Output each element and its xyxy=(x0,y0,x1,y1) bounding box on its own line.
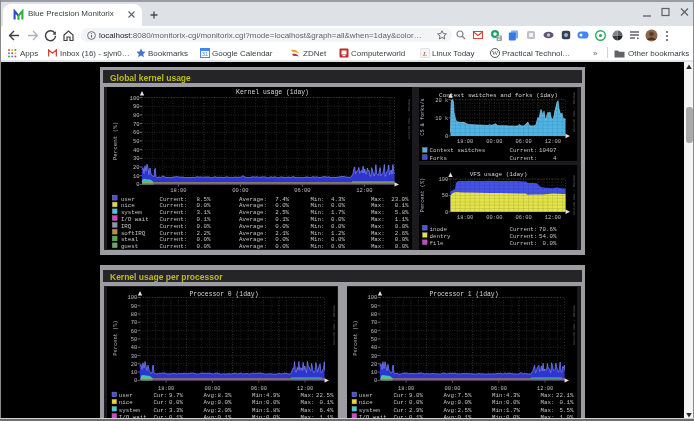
svg-text:0.0%: 0.0% xyxy=(409,399,423,406)
svg-text:8.3%: 8.3% xyxy=(218,392,232,399)
svg-text:Avg:: Avg: xyxy=(204,392,218,399)
svg-text:12:00: 12:00 xyxy=(545,215,561,221)
svg-text:Min:: Min: xyxy=(252,399,266,406)
svg-text:60: 60 xyxy=(133,129,140,136)
svg-text:00:00: 00:00 xyxy=(204,386,220,392)
svg-text:50: 50 xyxy=(371,337,377,343)
svg-text:Current:: Current: xyxy=(510,147,538,154)
svg-text:06:00: 06:00 xyxy=(516,215,532,221)
svg-text:Context switches: Context switches xyxy=(430,147,486,154)
svg-text:10: 10 xyxy=(371,370,377,376)
svg-text:06:00: 06:00 xyxy=(516,139,532,145)
svg-text:9.0%: 9.0% xyxy=(409,392,423,399)
svg-text:50: 50 xyxy=(131,337,137,343)
svg-text:Processor 0 (1day): Processor 0 (1day) xyxy=(189,291,258,298)
svg-text:Cur:: Cur: xyxy=(393,407,407,414)
svg-text:RRDTOOL / TOBI OETIKER: RRDTOOL / TOBI OETIKER xyxy=(572,305,576,345)
svg-text:system: system xyxy=(359,407,380,414)
svg-text:Avg:: Avg: xyxy=(204,399,218,406)
svg-text:80: 80 xyxy=(131,312,137,318)
svg-text:Avg:: Avg: xyxy=(444,399,458,406)
svg-text:12:00: 12:00 xyxy=(537,386,553,392)
svg-text:Max:: Max: xyxy=(541,407,555,414)
svg-text:20: 20 xyxy=(133,164,140,171)
svg-text:Min:: Min: xyxy=(252,407,266,414)
svg-text:Cur:: Cur: xyxy=(393,399,407,406)
svg-text:inode: inode xyxy=(430,226,448,233)
svg-text:Max:: Max: xyxy=(371,243,385,249)
svg-text:10 k: 10 k xyxy=(435,116,448,122)
svg-text:12:00: 12:00 xyxy=(545,139,561,145)
svg-text:4.3%: 4.3% xyxy=(506,392,520,399)
svg-text:Avg:: Avg: xyxy=(204,407,218,414)
svg-text:06:00: 06:00 xyxy=(491,386,507,392)
svg-text:Average:: Average: xyxy=(239,243,267,249)
svg-text:30: 30 xyxy=(371,354,377,360)
svg-text:Max:: Max: xyxy=(541,399,555,406)
svg-text:Current:: Current: xyxy=(510,226,538,233)
svg-text:2: 2 xyxy=(498,35,501,41)
svg-text:0.0%: 0.0% xyxy=(169,399,183,406)
svg-text:40: 40 xyxy=(131,345,137,351)
svg-text:70: 70 xyxy=(131,320,137,326)
svg-text:18:00: 18:00 xyxy=(170,187,187,194)
svg-text:22.1%: 22.1% xyxy=(556,392,574,399)
svg-text:Cur:: Cur: xyxy=(153,399,167,406)
svg-text:0.1%: 0.1% xyxy=(320,399,334,406)
svg-text:RRDTOOL / TOBI OETIKER: RRDTOOL / TOBI OETIKER xyxy=(332,305,336,345)
svg-text:Percent (%): Percent (%) xyxy=(353,320,359,356)
svg-text:Percent (%): Percent (%) xyxy=(420,178,426,212)
svg-text:100: 100 xyxy=(438,177,448,183)
svg-text:1.8%: 1.8% xyxy=(266,407,280,414)
svg-text:0.0%: 0.0% xyxy=(197,243,211,249)
svg-text:Min:: Min: xyxy=(311,243,325,249)
svg-text:5.5%: 5.5% xyxy=(560,407,574,414)
svg-text:9.7%: 9.7% xyxy=(169,392,183,399)
svg-text:100: 100 xyxy=(127,295,137,301)
svg-text:1.7%: 1.7% xyxy=(506,407,520,414)
svg-text:Processor 1 (1day): Processor 1 (1day) xyxy=(429,291,498,298)
svg-text:0.0%: 0.0% xyxy=(218,399,232,406)
svg-text:40: 40 xyxy=(371,345,377,351)
svg-text:50: 50 xyxy=(133,138,140,145)
svg-text:Cur:: Cur: xyxy=(153,407,167,414)
svg-text:10: 10 xyxy=(131,370,137,376)
svg-text:CS & forks/s: CS & forks/s xyxy=(420,98,426,135)
svg-text:2.0%: 2.0% xyxy=(218,407,232,414)
svg-text:18:00: 18:00 xyxy=(457,139,473,145)
svg-text:Min:: Min: xyxy=(252,392,266,399)
svg-text:70.6%: 70.6% xyxy=(539,226,557,233)
svg-text:80: 80 xyxy=(133,112,140,119)
svg-text:10407: 10407 xyxy=(539,147,557,154)
svg-text:2.5%: 2.5% xyxy=(458,407,472,414)
svg-text:system: system xyxy=(119,407,140,414)
svg-text:06:00: 06:00 xyxy=(251,386,267,392)
svg-text:Avg:: Avg: xyxy=(444,407,458,414)
svg-text:0.0%: 0.0% xyxy=(275,243,289,249)
svg-text:0: 0 xyxy=(374,378,377,384)
svg-text:00:00: 00:00 xyxy=(444,386,460,392)
svg-text:00:00: 00:00 xyxy=(486,139,502,145)
svg-text:0.0%: 0.0% xyxy=(331,243,345,249)
svg-text:Cur:: Cur: xyxy=(153,392,167,399)
svg-text:Max:: Max: xyxy=(301,407,315,414)
svg-text:Current:: Current: xyxy=(160,243,188,249)
svg-text:54.0%: 54.0% xyxy=(539,233,557,240)
svg-text:0: 0 xyxy=(134,378,137,384)
svg-text:7.5%: 7.5% xyxy=(458,392,472,399)
svg-text:30: 30 xyxy=(133,155,140,162)
svg-text:VFS usage (1day): VFS usage (1day) xyxy=(470,171,528,178)
svg-text:RRDTOOL / TOBI OETIKER: RRDTOOL / TOBI OETIKER xyxy=(572,175,576,215)
svg-text:90: 90 xyxy=(371,304,377,310)
svg-text:60: 60 xyxy=(131,329,137,335)
svg-text:0.0%: 0.0% xyxy=(266,399,280,406)
svg-text:4.9%: 4.9% xyxy=(266,392,280,399)
svg-text:22.5%: 22.5% xyxy=(316,392,334,399)
svg-text:4: 4 xyxy=(553,155,557,162)
svg-text:00:00: 00:00 xyxy=(486,215,502,221)
svg-text:0.0%: 0.0% xyxy=(458,399,472,406)
svg-text:Min:: Min: xyxy=(492,392,506,399)
svg-text:20 k: 20 k xyxy=(435,98,448,104)
svg-text:Min:: Min: xyxy=(492,399,506,406)
svg-text:30: 30 xyxy=(131,354,137,360)
